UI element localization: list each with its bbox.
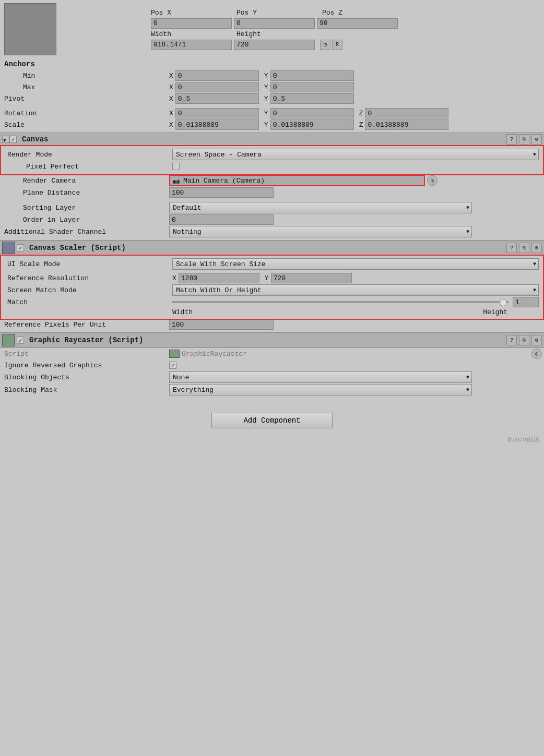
- ignore-reversed-label: Ignore Reversed Graphics: [2, 362, 169, 369]
- scale-x-label: X: [169, 121, 173, 129]
- max-y-label: Y: [264, 83, 268, 91]
- pixel-perfect-label: Pixel Perfect: [5, 163, 172, 171]
- canvas-scaler-enable-checkbox[interactable]: [17, 244, 24, 251]
- scale-y-input[interactable]: [270, 119, 354, 130]
- pivot-y-input[interactable]: [270, 93, 354, 104]
- anchors-label: Anchors: [2, 60, 169, 68]
- match-slider-track[interactable]: [172, 301, 508, 303]
- anchors-max-inputs: X Y: [169, 82, 542, 92]
- canvas-scaler-prefab-icon[interactable]: ⎘: [519, 243, 529, 253]
- reset-icon[interactable]: R: [332, 40, 342, 50]
- wh-spacer: [5, 308, 172, 316]
- script-target-icon[interactable]: ◎: [531, 349, 542, 359]
- pos-z-input[interactable]: [317, 18, 398, 29]
- pos-headers: Pos X Pos Y Pos Z: [63, 9, 540, 17]
- canvas-scaler-settings-icon[interactable]: ⚙: [531, 243, 542, 253]
- ref-pixels-input[interactable]: [169, 319, 274, 330]
- canvas-section-header: ▾ Canvas ? ⎘ ⚙: [0, 133, 544, 146]
- script-label: Script: [2, 350, 169, 358]
- ref-pixels-row: Reference Pixels Per Unit: [0, 319, 544, 330]
- canvas-enable-checkbox[interactable]: [9, 136, 17, 143]
- spacer4: [0, 396, 544, 406]
- ignore-reversed-checkbox[interactable]: [169, 362, 176, 369]
- order-layer-label: Order in Layer: [2, 216, 169, 224]
- shader-channel-value: Nothing: [173, 228, 202, 236]
- canvas-title: Canvas: [22, 135, 48, 143]
- anchors-min-y-input[interactable]: [270, 70, 354, 81]
- render-camera-input[interactable]: 📷 Main Camera (Camera): [169, 175, 425, 186]
- pos-y-input[interactable]: [234, 18, 315, 29]
- rotation-x-input[interactable]: [175, 108, 259, 118]
- rotation-y-input[interactable]: [270, 108, 354, 118]
- pos-x-input[interactable]: [151, 18, 232, 29]
- rot-z-label: Z: [359, 110, 363, 117]
- raycaster-header: Graphic Raycaster (Script) ? ⎘ ⚙: [0, 332, 544, 348]
- raycaster-prefab-icon[interactable]: ⎘: [519, 335, 529, 345]
- add-component-button[interactable]: Add Component: [211, 413, 332, 428]
- script-icon: [169, 350, 180, 358]
- canvas-fold-arrow[interactable]: ▾: [2, 136, 9, 143]
- plane-distance-input[interactable]: [169, 187, 274, 198]
- render-camera-row: Render Camera 📷 Main Camera (Camera) ◎: [0, 174, 544, 187]
- order-layer-input[interactable]: [169, 214, 274, 225]
- ref-res-y-label: Y: [265, 274, 269, 282]
- blocking-objects-dropdown[interactable]: None ▼: [169, 371, 472, 383]
- anchors-min-x-input[interactable]: [175, 70, 259, 81]
- width-input[interactable]: [151, 40, 232, 50]
- screen-match-label: Screen Match Mode: [5, 286, 172, 294]
- canvas-prefab-icon[interactable]: ⎘: [519, 134, 529, 145]
- shader-channel-label: Additional Shader Channel: [2, 228, 169, 236]
- ref-res-y-input[interactable]: [271, 273, 352, 283]
- ref-res-x-input[interactable]: [179, 273, 259, 283]
- add-component-section: Add Component: [0, 406, 544, 435]
- camera-target-icon[interactable]: ◎: [427, 175, 437, 186]
- canvas-settings-icon[interactable]: ⚙: [531, 134, 542, 145]
- canvas-scaler-highlight-box: UI Scale Mode Scale With Screen Size ▼ R…: [2, 257, 542, 318]
- blocking-mask-row: Blocking Mask Everything ▼: [0, 383, 544, 396]
- pivot-inputs: X Y: [169, 93, 542, 104]
- object-thumbnail: [4, 3, 56, 55]
- pivot-row: Pivot X Y: [0, 93, 544, 104]
- blocking-mask-dropdown[interactable]: Everything ▼: [169, 384, 472, 395]
- camera-icon: 📷: [172, 177, 180, 185]
- height-input[interactable]: [234, 40, 315, 50]
- pixel-perfect-checkbox[interactable]: [172, 163, 180, 170]
- canvas-scaler-icon: [2, 242, 15, 254]
- scale-x-input[interactable]: [175, 119, 259, 130]
- plane-distance-row: Plane Distance: [0, 187, 544, 198]
- screen-match-dropdown[interactable]: Match Width Or Height ▼: [172, 284, 539, 296]
- raycaster-enable-checkbox[interactable]: [17, 337, 24, 344]
- screen-match-arrow: ▼: [533, 287, 536, 293]
- script-value: GraphicRaycaster: [182, 350, 527, 358]
- canvas-scaler-header-icons: ? ⎘ ⚙: [506, 243, 542, 253]
- shader-channel-arrow: ▼: [466, 229, 469, 235]
- match-value-input[interactable]: [513, 297, 539, 307]
- rotation-z-input[interactable]: [365, 108, 448, 118]
- render-mode-dropdown[interactable]: Screen Space - Camera ▼: [172, 149, 539, 160]
- render-camera-label: Render Camera: [2, 177, 169, 185]
- canvas-help-icon[interactable]: ?: [506, 134, 517, 145]
- scale-z-input[interactable]: [365, 119, 448, 130]
- ui-scale-arrow: ▼: [533, 261, 536, 267]
- raycaster-help-icon[interactable]: ?: [506, 335, 517, 345]
- shader-channel-dropdown[interactable]: Nothing ▼: [169, 226, 472, 237]
- blocking-mask-value: Everything: [173, 386, 214, 394]
- sorting-layer-row: Sorting Layer Default ▼: [0, 201, 544, 214]
- canvas-scaler-header: Canvas Scaler (Script) ? ⎘ ⚙: [0, 240, 544, 256]
- raycaster-settings-icon[interactable]: ⚙: [531, 335, 542, 345]
- script-value-container: GraphicRaycaster ◎: [169, 349, 542, 359]
- anchors-max-x-input[interactable]: [175, 82, 259, 92]
- blocking-objects-value: None: [173, 374, 189, 381]
- pivot-x-label: X: [169, 95, 173, 103]
- sorting-layer-dropdown[interactable]: Default ▼: [169, 202, 472, 213]
- pos-values-row: [63, 18, 540, 29]
- wh-labels: Width Height: [172, 308, 539, 316]
- pivot-x-input[interactable]: [175, 93, 259, 104]
- ui-scale-dropdown[interactable]: Scale With Screen Size ▼: [172, 258, 539, 270]
- constrain-icon[interactable]: ⊡: [320, 40, 330, 50]
- match-slider-thumb[interactable]: [500, 299, 507, 306]
- pixel-perfect-row: Pixel Perfect: [3, 161, 541, 172]
- anchors-max-y-input[interactable]: [270, 82, 354, 92]
- canvas-scaler-help-icon[interactable]: ?: [506, 243, 517, 253]
- rotation-label: Rotation: [2, 110, 169, 117]
